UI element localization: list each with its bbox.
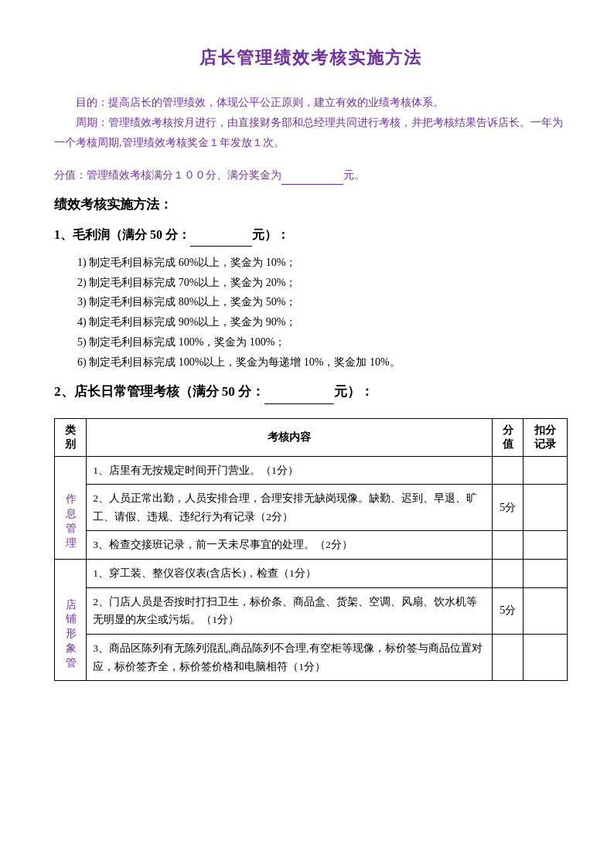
list-item: 1) 制定毛利目标完成 60%以上，奖金为 10%； bbox=[77, 253, 568, 273]
header-content: 考核内容 bbox=[87, 418, 493, 456]
score-text: 管理绩效考核满分１００分、满分奖金为 bbox=[87, 169, 281, 181]
item1-container: 1、毛利润（满分 50 分：元）： 1) 制定毛利目标完成 60%以上，奖金为 … bbox=[54, 224, 568, 373]
score-cell-1-1 bbox=[493, 456, 524, 485]
list-item: 4) 制定毛利目标完成 90%以上，奖金为 90%； bbox=[77, 312, 568, 332]
assessment-table: 类别 考核内容 分值 扣分记录 作 息 管 理 1、店里有无按规定时间开门营业。… bbox=[54, 418, 568, 682]
header-deduct: 扣分记录 bbox=[524, 418, 568, 456]
table-row: 3、商品区陈列有无陈列混乱,商品陈列不合理,有空柜等现像，标价签与商品位置对应，… bbox=[55, 634, 568, 680]
score-cell-2-2: 5分 bbox=[493, 587, 524, 634]
intro-section: 目的：提高店长的管理绩效，体现公平公正原则，建立有效的业绩考核体系。 周期：管理… bbox=[54, 93, 568, 153]
table-row: 作 息 管 理 1、店里有无按规定时间开门营业。（1分） bbox=[55, 456, 568, 485]
content-cell-2-1: 1、穿工装、整仪容仪表(含店长)，检查（1分） bbox=[87, 560, 493, 588]
score-blank bbox=[281, 184, 343, 185]
period-paragraph: 周期：管理绩效考核按月进行，由直接财务部和总经理共同进行考核，并把考核结果告诉店… bbox=[54, 113, 568, 153]
score-label: 分值： bbox=[54, 169, 87, 181]
table-row: 店 铺 形 象 管 1、穿工装、整仪容仪表(含店长)，检查（1分） bbox=[55, 560, 568, 588]
page-title: 店长管理绩效考核实施方法 bbox=[54, 46, 568, 70]
content-cell-1-2: 2、人员正常出勤，人员安排合理，合理安排无缺岗现像。缺勤、迟到、早退、旷工、请假… bbox=[87, 485, 493, 531]
item2-title: 2、店长日常管理考核（满分 50 分：元）： bbox=[54, 380, 568, 404]
header-score: 分值 bbox=[493, 418, 524, 456]
item2-title-suffix: 元）： bbox=[334, 384, 374, 399]
section1-heading: 绩效考核实施方法： bbox=[54, 196, 568, 213]
list-item: 3) 制定毛利目标完成 80%以上，奖金为 50%； bbox=[77, 292, 568, 312]
content-cell-1-3: 3、检查交接班记录，前一天未尽事宜的处理。（2分） bbox=[87, 531, 493, 560]
item1-sub-list: 1) 制定毛利目标完成 60%以上，奖金为 10%； 2) 制定毛利目标完成 7… bbox=[54, 253, 568, 373]
period-label: 周期： bbox=[76, 117, 108, 128]
table-header-row: 类别 考核内容 分值 扣分记录 bbox=[55, 418, 568, 456]
score-cell-1-3 bbox=[493, 531, 524, 560]
category-cell-1: 作 息 管 理 bbox=[55, 456, 87, 560]
item2-title-text: 2、店长日常管理考核（满分 50 分： bbox=[54, 384, 264, 399]
score-cell-2-3 bbox=[493, 634, 524, 680]
table-row: 2、门店人员是否按时打扫卫生，标价条、商品盒、货架、空调、风扇、饮水机等无明显的… bbox=[55, 587, 568, 634]
deduct-cell-1-2 bbox=[524, 485, 568, 531]
purpose-label: 目的： bbox=[76, 97, 108, 108]
list-item: 2) 制定毛利目标完成 70%以上，奖金为 20%； bbox=[77, 273, 568, 293]
score-cell-2-1 bbox=[493, 560, 524, 588]
score-line: 分值：管理绩效考核满分１００分、满分奖金为元。 bbox=[54, 165, 568, 185]
item1-blank bbox=[190, 246, 252, 247]
list-item: 5) 制定毛利目标完成 100%，奖金为 100%； bbox=[77, 332, 568, 352]
item1-title: 1、毛利润（满分 50 分：元）： bbox=[54, 224, 568, 247]
score-suffix: 元。 bbox=[343, 169, 365, 181]
table-row: 2、人员正常出勤，人员安排合理，合理安排无缺岗现像。缺勤、迟到、早退、旷工、请假… bbox=[55, 485, 568, 531]
item1-title-text: 1、毛利润（满分 50 分： bbox=[54, 228, 190, 241]
purpose-text: 提高店长的管理绩效，体现公平公正原则，建立有效的业绩考核体系。 bbox=[108, 97, 444, 108]
content-cell-2-3: 3、商品区陈列有无陈列混乱,商品陈列不合理,有空柜等现像，标价签与商品位置对应，… bbox=[87, 634, 493, 680]
deduct-cell-2-1 bbox=[524, 560, 568, 588]
content-cell-1-1: 1、店里有无按规定时间开门营业。（1分） bbox=[87, 456, 493, 485]
period-text: 管理绩效考核按月进行，由直接财务部和总经理共同进行考核，并把考核结果告诉店长。一… bbox=[54, 117, 563, 148]
category-cell-2: 店 铺 形 象 管 bbox=[55, 560, 87, 681]
purpose-paragraph: 目的：提高店长的管理绩效，体现公平公正原则，建立有效的业绩考核体系。 bbox=[54, 93, 568, 113]
item2-blank bbox=[264, 403, 334, 404]
deduct-cell-1-1 bbox=[524, 456, 568, 485]
deduct-cell-2-2 bbox=[524, 587, 568, 634]
list-item: 6) 制定毛利目标完成 100%以上，奖金为每递增 10%，奖金加 10%。 bbox=[77, 352, 568, 373]
header-category: 类别 bbox=[55, 418, 87, 456]
table-row: 3、检查交接班记录，前一天未尽事宜的处理。（2分） bbox=[55, 531, 568, 560]
item1-title-suffix: 元）： bbox=[252, 228, 289, 241]
content-cell-2-2: 2、门店人员是否按时打扫卫生，标价条、商品盒、货架、空调、风扇、饮水机等无明显的… bbox=[87, 587, 493, 634]
score-cell-1-2: 5分 bbox=[493, 485, 524, 531]
deduct-cell-1-3 bbox=[524, 531, 568, 560]
deduct-cell-2-3 bbox=[524, 634, 568, 680]
